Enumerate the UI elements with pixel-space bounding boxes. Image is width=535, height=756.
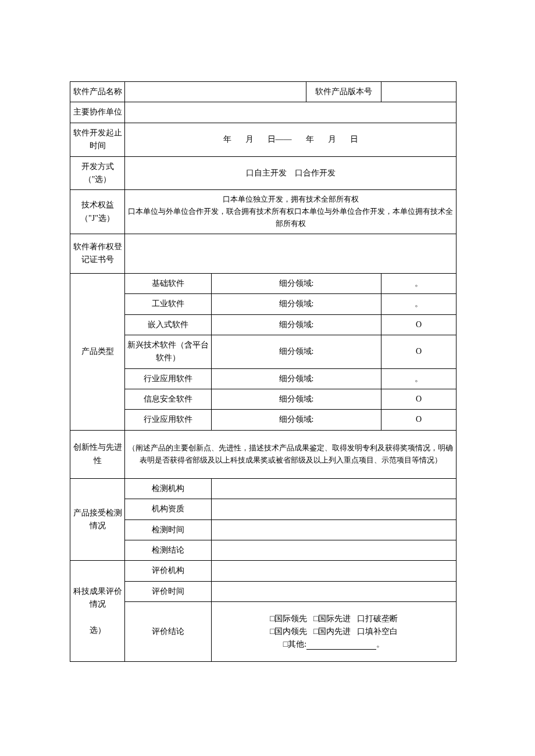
row-partner: 主要协作单位 [70, 102, 456, 123]
eval-time-label: 评价时间 [125, 581, 212, 601]
row-eval-3: 评价结论 □国际领先 □国际先进 口打破垄断 □国内领先 □国内先进 口填补空白… [70, 602, 456, 662]
label-version: 软件产品版本号 [306, 82, 381, 102]
form-table: 软件产品名称 软件产品版本号 主要协作单位 软件开发起止时间 年月日——年月日 … [70, 81, 456, 662]
label-evaluation: 科技成果评价情况 选） [70, 561, 125, 662]
row-product-name: 软件产品名称 软件产品版本号 [70, 82, 456, 102]
detect-result-field[interactable] [212, 540, 456, 561]
row-ptype-5: 行业应用软件 细分领域: 。 [70, 368, 456, 389]
ptype-6: 信息安全软件 [125, 389, 212, 410]
row-ptype-6: 信息安全软件 细分领域: O [70, 389, 456, 410]
label-tech-rights: 技术权益（"J"选） [70, 190, 125, 234]
detect-org-field[interactable] [212, 478, 456, 499]
row-ptype-2: 工业软件 细分领域: 。 [70, 294, 456, 314]
checkbox-intl-lead[interactable]: □国际领先 [270, 614, 307, 623]
subfield-4: 细分领域: [212, 335, 381, 368]
mark-2: 。 [381, 294, 456, 314]
checkbox-other[interactable]: □其他: [283, 640, 306, 648]
label-partner: 主要协作单位 [70, 102, 125, 123]
subfield-6: 细分领域: [212, 389, 381, 410]
detect-time-label: 检测时间 [125, 519, 212, 540]
field-partner[interactable] [125, 102, 456, 123]
checkbox-intl-adv[interactable]: □国际先进 [313, 614, 351, 623]
label-innovation: 创新性与先进性 [70, 430, 125, 478]
detect-qual-label: 机构资质 [125, 499, 212, 519]
label-dev-mode: 开发方式（"选） [70, 156, 125, 190]
mark-4: O [381, 335, 456, 368]
mark-7: O [381, 410, 456, 430]
label-product-name: 软件产品名称 [70, 82, 125, 102]
row-eval-2: 评价时间 [70, 581, 456, 601]
ptype-5: 行业应用软件 [125, 368, 212, 389]
field-dev-period[interactable]: 年月日——年月日 [125, 123, 456, 156]
row-dev-period: 软件开发起止时间 年月日——年月日 [70, 123, 456, 156]
checkbox-break-monopoly[interactable]: 口打破垄断 [357, 614, 398, 623]
detect-qual-field[interactable] [212, 499, 456, 519]
ptype-1: 基础软件 [125, 273, 212, 293]
field-version[interactable] [381, 82, 456, 102]
subfield-5: 细分领域: [212, 368, 381, 389]
row-ptype-7: 行业应用软件 细分领域: O [70, 410, 456, 430]
row-tech-rights: 技术权益（"J"选） 口本单位独立开发，拥有技术全部所有权 口本单位与外单位合作… [70, 190, 456, 234]
row-detect-2: 机构资质 [70, 499, 456, 519]
detect-org-label: 检测机构 [125, 478, 212, 499]
subfield-3: 细分领域: [212, 314, 381, 335]
label-dev-period: 软件开发起止时间 [70, 123, 125, 156]
row-detect-1: 产品接受检测情况 检测机构 [70, 478, 456, 499]
subfield-7: 细分领域: [212, 410, 381, 430]
eval-result-label: 评价结论 [125, 602, 212, 662]
other-input[interactable] [306, 641, 376, 650]
label-copyright: 软件著作权登记证书号 [70, 234, 125, 273]
row-eval-1: 科技成果评价情况 选） 评价机构 [70, 561, 456, 581]
detect-result-label: 检测结论 [125, 540, 212, 561]
checkbox-coop-dev[interactable]: 口合作开发 [295, 169, 336, 177]
field-product-name[interactable] [125, 82, 306, 102]
eval-org-field[interactable] [212, 561, 456, 581]
mark-6: O [381, 389, 456, 410]
ptype-7: 行业应用软件 [125, 410, 212, 430]
row-detect-4: 检测结论 [70, 540, 456, 561]
row-detect-3: 检测时间 [70, 519, 456, 540]
subfield-1: 细分领域: [212, 273, 381, 293]
mark-1: 。 [381, 273, 456, 293]
ptype-4: 新兴技术软件（含平台软件） [125, 335, 212, 368]
field-copyright[interactable] [125, 234, 456, 273]
field-dev-mode[interactable]: 口自主开发 口合作开发 [125, 156, 456, 190]
eval-result-field[interactable]: □国际领先 □国际先进 口打破垄断 □国内领先 □国内先进 口填补空白 □其他:… [212, 602, 456, 662]
eval-time-field[interactable] [212, 581, 456, 601]
ptype-2: 工业软件 [125, 294, 212, 314]
row-innovation: 创新性与先进性 （阐述产品的主要创新点、先进性，描述技术产品成果鉴定、取得发明专… [70, 430, 456, 478]
checkbox-dom-adv[interactable]: □国内先进 [313, 627, 351, 636]
row-ptype-1: 产品类型 基础软件 细分领域: 。 [70, 273, 456, 293]
row-ptype-3: 嵌入式软件 细分领域: O [70, 314, 456, 335]
row-copyright: 软件著作权登记证书号 [70, 234, 456, 273]
detect-time-field[interactable] [212, 519, 456, 540]
label-detection: 产品接受检测情况 [70, 478, 125, 561]
checkbox-fill-gap[interactable]: 口填补空白 [357, 627, 398, 636]
row-ptype-4: 新兴技术软件（含平台软件） 细分领域: O [70, 335, 456, 368]
subfield-2: 细分领域: [212, 294, 381, 314]
field-tech-rights[interactable]: 口本单位独立开发，拥有技术全部所有权 口本单位与外单位合作开发，联合拥有技术所有… [125, 190, 456, 234]
label-product-type: 产品类型 [70, 273, 125, 430]
field-innovation[interactable]: （阐述产品的主要创新点、先进性，描述技术产品成果鉴定、取得发明专利及获得奖项情况… [125, 430, 456, 478]
checkbox-dom-lead[interactable]: □国内领先 [270, 627, 307, 636]
row-dev-mode: 开发方式（"选） 口自主开发 口合作开发 [70, 156, 456, 190]
ptype-3: 嵌入式软件 [125, 314, 212, 335]
eval-org-label: 评价机构 [125, 561, 212, 581]
mark-5: 。 [381, 368, 456, 389]
checkbox-self-dev[interactable]: 口自主开发 [246, 169, 287, 177]
mark-3: O [381, 314, 456, 335]
